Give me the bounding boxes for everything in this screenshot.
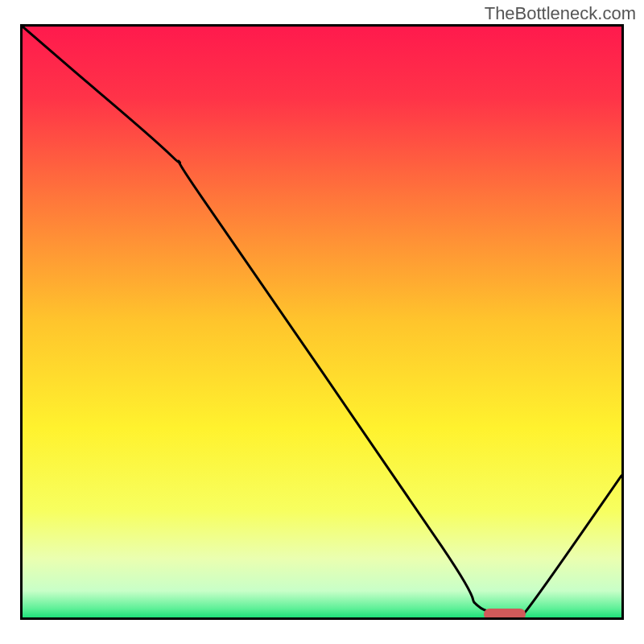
chart-container: TheBottleneck.com <box>0 0 644 644</box>
curve-layer <box>23 27 621 617</box>
plot-frame <box>20 24 624 620</box>
attribution-label: TheBottleneck.com <box>485 3 636 24</box>
bottleneck-curve <box>23 27 621 617</box>
optimal-zone-marker <box>484 609 526 620</box>
